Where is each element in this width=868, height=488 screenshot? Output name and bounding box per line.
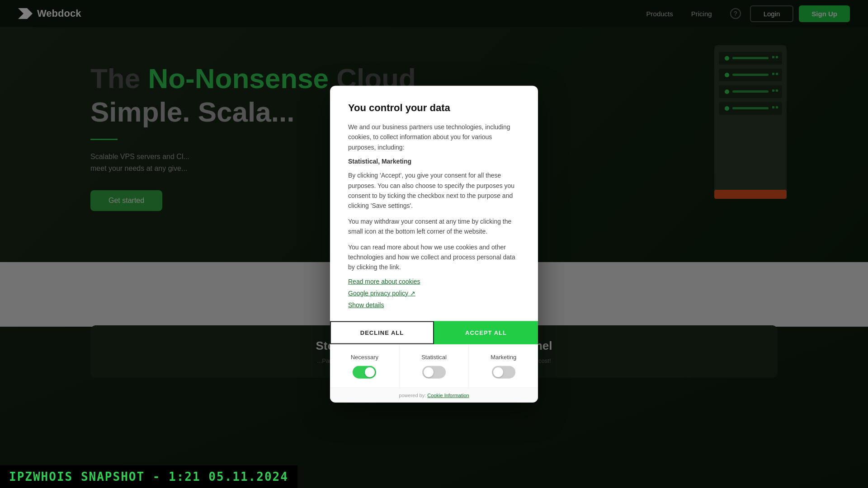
toggle-statistical-thumb <box>424 367 434 377</box>
toggle-statistical: Statistical <box>400 344 469 387</box>
modal-paragraph4: You can read more about how we use cooki… <box>348 242 520 272</box>
toggle-statistical-switch[interactable] <box>422 366 446 378</box>
toggle-statistical-label: Statistical <box>421 353 447 360</box>
toggle-necessary-switch[interactable] <box>353 366 376 378</box>
toggle-marketing-label: Marketing <box>491 353 516 360</box>
modal-footer: powered by: Cookie Information <box>330 387 538 402</box>
google-privacy-link[interactable]: Google privacy policy <box>348 289 520 296</box>
modal-paragraph1: We and our business partners use technol… <box>348 122 520 152</box>
modal-paragraph2: By clicking 'Accept', you give your cons… <box>348 170 520 211</box>
toggle-necessary-thumb <box>365 367 375 377</box>
toggle-marketing-switch[interactable] <box>492 366 515 378</box>
cookie-information-link[interactable]: Cookie Information <box>427 392 469 398</box>
cookie-modal: You control your data We and our busines… <box>330 86 538 403</box>
toggle-necessary-label: Necessary <box>351 353 378 360</box>
show-details-link[interactable]: Show details <box>348 301 520 308</box>
powered-by-text: powered by: <box>399 392 426 398</box>
toggle-section: Necessary Statistical Marketing <box>330 344 538 387</box>
read-more-cookies-link[interactable]: Read more about cookies <box>348 277 520 285</box>
decline-all-button[interactable]: DECLINE ALL <box>330 321 434 344</box>
toggle-necessary: Necessary <box>330 344 400 387</box>
watermark: IPZWHOIS SNAPSHOT - 1:21 05.11.2024 <box>0 465 297 488</box>
toggle-marketing: Marketing <box>469 344 538 387</box>
modal-purposes: Statistical, Marketing <box>348 158 520 165</box>
modal-body: You control your data We and our busines… <box>330 86 538 309</box>
modal-action-buttons: DECLINE ALL ACCEPT ALL <box>330 321 538 344</box>
modal-title: You control your data <box>348 102 520 114</box>
toggle-marketing-thumb <box>493 367 503 377</box>
modal-paragraph3: You may withdraw your consent at any tim… <box>348 216 520 236</box>
accept-all-button[interactable]: ACCEPT ALL <box>434 321 538 344</box>
